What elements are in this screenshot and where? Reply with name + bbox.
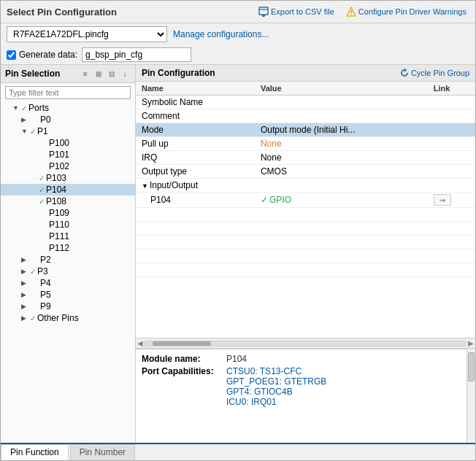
col-link: Link (428, 82, 475, 96)
right-panel: Pin Configuration Cycle Pin Group Name V… (136, 65, 475, 443)
module-name-value: P104 (226, 354, 247, 364)
check-icon: ✓ (30, 268, 36, 276)
info-panel-container: Module name: P104 Port Capabilities: CTS… (136, 348, 475, 443)
table-row[interactable]: Comment (136, 109, 475, 123)
generate-data-input[interactable] (82, 47, 191, 62)
left-panel-title: Pin Selection (5, 69, 60, 79)
manage-configs-link[interactable]: Manage configurations... (173, 29, 269, 39)
export-csv-button[interactable]: Export to CSV file (256, 5, 337, 18)
info-panel: Module name: P104 Port Capabilities: CTS… (136, 349, 467, 443)
capability-link-1[interactable]: GPT_POEG1: GTETRGB (226, 376, 326, 387)
tree-item-p103[interactable]: ✓ P103 (1, 172, 135, 184)
capability-link-0[interactable]: CTSU0: TS13-CFC (226, 366, 326, 376)
link-arrow-icon[interactable]: ⇒ (434, 194, 451, 206)
filter-input[interactable] (5, 86, 131, 99)
tree-item-p104[interactable]: ✓ P104 (1, 184, 135, 195)
table-row-pullup[interactable]: Pull up None (136, 137, 475, 151)
col-name: Name (136, 82, 255, 96)
bottom-tabs: Pin Function Pin Number (1, 443, 475, 460)
port-capabilities-label: Port Capabilities: (142, 366, 222, 407)
tree-item-p111[interactable]: P111 (1, 230, 135, 242)
chevron-icon: ▶ (21, 116, 30, 123)
tree-view-icon[interactable]: ⊟ (106, 68, 118, 80)
config-select[interactable]: R7FA2E1A72DFL.pincfg (7, 26, 167, 42)
expand-all-icon[interactable]: ⊞ (93, 68, 104, 80)
chevron-icon: ▶ (21, 314, 30, 322)
table-row-empty-1 (136, 208, 475, 222)
right-panel-title: Pin Configuration (142, 68, 215, 78)
scroll-left-icon[interactable]: ◀ (137, 339, 143, 347)
info-vertical-scrollbar[interactable] (467, 349, 475, 443)
tree-label: P112 (49, 243, 69, 253)
config-table: Name Value Link Symbolic Name Comment (136, 82, 475, 277)
generate-checkbox-label[interactable]: Generate data: (7, 50, 77, 60)
tree-item-p102[interactable]: P102 (1, 160, 135, 172)
filter-icon[interactable]: ↓ (119, 68, 131, 80)
table-row-irq[interactable]: IRQ None (136, 151, 475, 165)
tree-item-other-pins[interactable]: ▶ ✓ Other Pins (1, 312, 135, 324)
tree-label: P5 (40, 290, 51, 300)
refresh-icon (400, 69, 409, 77)
svg-rect-0 (259, 7, 268, 15)
tree-item-p101[interactable]: P101 (1, 149, 135, 160)
tab-pin-number[interactable]: Pin Number (70, 444, 135, 460)
tree-item-p0[interactable]: ▶ P0 (1, 114, 135, 125)
tree-item-ports[interactable]: ▼ ✓ Ports (1, 102, 135, 114)
check-icon: ✓ (30, 314, 36, 322)
tree-label: P108 (46, 196, 66, 206)
tree-item-p112[interactable]: P112 (1, 242, 135, 254)
tab-pin-function[interactable]: Pin Function (1, 444, 69, 460)
scroll-right-icon[interactable]: ▶ (468, 339, 474, 347)
generate-checkbox[interactable] (7, 50, 16, 60)
tree-label: P2 (40, 255, 51, 265)
capability-link-2[interactable]: GPT4: GTIOC4B (226, 387, 326, 397)
info-module-row: Module name: P104 (142, 354, 461, 364)
chevron-icon: ▼ (12, 104, 21, 112)
chevron-icon: ▶ (21, 268, 30, 275)
table-row-p104[interactable]: P104 ✓GPIO ⇒ (136, 193, 475, 208)
configure-warnings-button[interactable]: Configure Pin Driver Warnings (343, 5, 469, 18)
config-row: R7FA2E1A72DFL.pincfg Manage configuratio… (1, 23, 475, 45)
tree-item-p100[interactable]: P100 (1, 137, 135, 149)
tree-label: P103 (46, 173, 66, 183)
info-scrollbar-thumb[interactable] (468, 352, 475, 381)
tree-item-p3[interactable]: ▶ ✓ P3 (1, 266, 135, 277)
tree-label: P1 (37, 126, 48, 136)
tree-item-p4[interactable]: ▶ P4 (1, 277, 135, 289)
tree-item-p109[interactable]: P109 (1, 207, 135, 219)
tree-label: Ports (28, 103, 49, 113)
tree-item-p108[interactable]: ✓ P108 (1, 195, 135, 207)
table-row-mode[interactable]: Mode Output mode (Initial Hi... (136, 123, 475, 137)
generate-row: Generate data: (1, 45, 475, 64)
table-row-output-type[interactable]: Output type CMOS (136, 165, 475, 179)
tree-label: Other Pins (37, 313, 79, 323)
tree-label: P100 (49, 138, 69, 148)
tree-label: P109 (49, 208, 69, 218)
tree-label: P104 (46, 185, 66, 195)
info-capabilities-row: Port Capabilities: CTSU0: TS13-CFC GPT_P… (142, 366, 461, 407)
table-row-empty-4 (136, 249, 475, 263)
cycle-pin-group-button[interactable]: Cycle Pin Group (400, 69, 469, 77)
capability-link-3[interactable]: ICU0: IRQ01 (226, 397, 326, 407)
table-row[interactable]: Symbolic Name (136, 96, 475, 109)
chevron-icon: ▶ (21, 303, 30, 310)
table-row-section-io: ▼Input/Output (136, 179, 475, 193)
tree-item-p5[interactable]: ▶ P5 (1, 289, 135, 301)
tree-area: ▼ ✓ Ports ▶ P0 ▼ ✓ P1 (1, 102, 135, 443)
chevron-icon: ▶ (21, 256, 30, 263)
scrollbar-track[interactable] (145, 341, 467, 346)
tree-label: P4 (40, 278, 51, 288)
collapse-all-icon[interactable]: ≡ (80, 68, 91, 80)
tree-item-p110[interactable]: P110 (1, 219, 135, 230)
tree-item-p2[interactable]: ▶ P2 (1, 254, 135, 266)
warning-icon (346, 7, 356, 17)
tree-label: P0 (40, 115, 51, 125)
table-row-empty-3 (136, 236, 475, 249)
scrollbar-thumb[interactable] (153, 341, 211, 346)
horizontal-scrollbar[interactable]: ◀ ▶ (136, 338, 475, 348)
tree-item-p1[interactable]: ▼ ✓ P1 (1, 125, 135, 137)
chevron-icon: ▼ (21, 128, 30, 135)
config-table-container: Name Value Link Symbolic Name Comment (136, 82, 475, 338)
tree-item-p9[interactable]: ▶ P9 (1, 301, 135, 312)
capabilities-list: CTSU0: TS13-CFC GPT_POEG1: GTETRGB GPT4:… (226, 366, 326, 407)
